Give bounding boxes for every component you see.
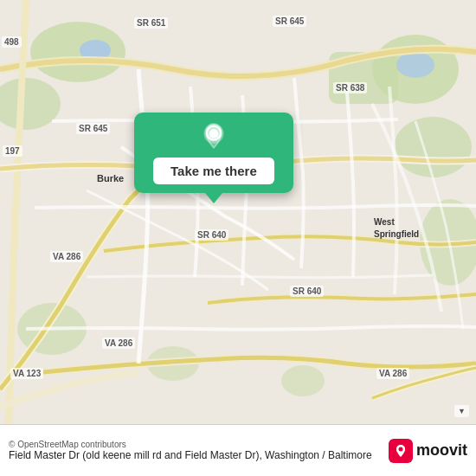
label-va286-right: VA 286 [376,368,409,379]
svg-point-5 [394,117,472,177]
location-title: Field Master Dr (old keene mill rd and F… [9,449,389,461]
label-sr645-top: SR 645 [273,16,306,27]
svg-point-9 [281,365,325,396]
label-sr651: SR 651 [134,17,168,29]
footer: © OpenStreetMap contributors Field Maste… [0,424,476,476]
label-sr638: SR 638 [333,82,367,93]
footer-left: © OpenStreetMap contributors Field Maste… [9,440,389,461]
location-popup: Take me there [134,113,293,203]
label-west-springfield: WestSpringfield [374,216,419,241]
svg-point-1 [30,22,125,82]
label-sr640-mid: SR 640 [195,229,228,241]
svg-point-16 [210,130,216,136]
label-va286-left: VA 286 [50,251,83,262]
popup-tail [205,193,222,203]
label-burke: Burke [97,173,124,183]
popup-box: Take me there [134,113,293,193]
scale-indicator: ▼ [454,405,469,417]
label-sr498: 498 [2,36,22,48]
label-sr645-mid: SR 645 [76,123,110,134]
label-va123: VA 123 [10,368,43,379]
pin-icon [198,121,229,152]
svg-point-11 [396,52,434,78]
label-va286-bot: VA 286 [102,338,135,349]
moovit-logo: moovit [389,439,467,463]
label-sr640-bot: SR 640 [290,286,324,297]
svg-point-18 [398,447,402,451]
moovit-icon [389,439,413,463]
moovit-text: moovit [416,441,467,460]
map-container: SR 651 SR 645 SR 638 SR 645 197 SR 640 S… [0,0,476,424]
label-va197: 197 [3,145,23,157]
take-me-there-button[interactable]: Take me there [153,158,274,184]
osm-credit: © OpenStreetMap contributors [9,440,389,449]
